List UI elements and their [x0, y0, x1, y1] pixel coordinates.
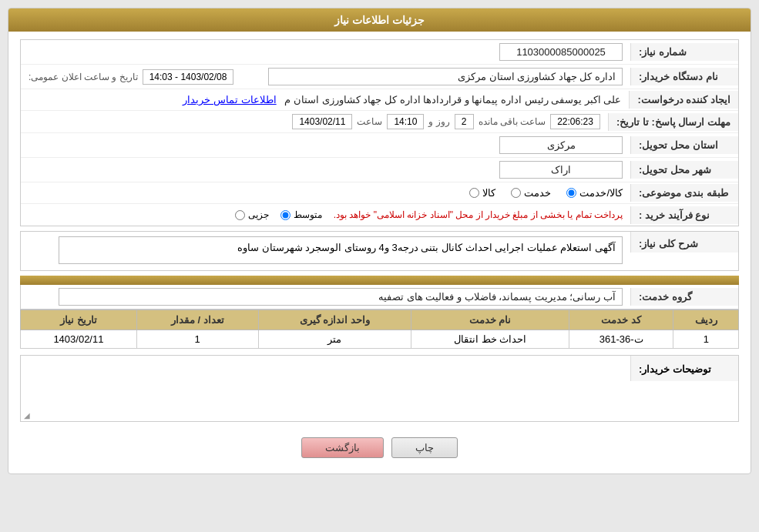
resize-handle-icon: ◢ [24, 411, 30, 420]
city-value: اراک [21, 158, 630, 182]
buyer-org-label: نام دستگاه خریدار: [630, 68, 738, 85]
category-radio-row: کالا/خدمت خدمت کالا [21, 184, 630, 202]
motovaset-item: متوسط [280, 209, 322, 220]
process-note: پرداخت تمام یا بخشی از مبلغ خریدار از مح… [334, 209, 623, 220]
creator-row: ایجاد کننده درخواست: علی اکبر یوسفی رئیس… [21, 89, 738, 111]
col-unit: واحد اندازه گیری [258, 310, 411, 330]
creator-text: علی اکبر یوسفی رئیس اداره پیمانها و قرار… [284, 94, 621, 105]
service-group-value: آب رسانی؛ مدیریت پسماند، فاضلاب و فعالیت… [21, 285, 630, 309]
jozii-radio[interactable] [235, 210, 245, 220]
creator-link[interactable]: اطلاعات تماس خریدار [183, 94, 276, 105]
kala-khadamat-radio[interactable] [566, 188, 576, 198]
jozii-item: جزیی [235, 209, 269, 220]
kala-label: کالا [482, 187, 495, 199]
page-header: جزئیات اطلاعات نیاز [8, 8, 751, 32]
deadline-time-box: 14:10 [387, 114, 424, 129]
remaining-label: ساعت باقی مانده [479, 116, 546, 127]
col-service-code: کد خدمت [569, 310, 673, 330]
province-box: مرکزی [499, 136, 623, 154]
cell-service-code: ت-36-361 [569, 330, 673, 349]
table-body: 1 ت-36-361 احداث خط انتقال متر 1 1403/02… [21, 330, 739, 349]
deadline-date-box: 1403/02/11 [292, 114, 352, 129]
page-title: جزئیات اطلاعات نیاز [334, 14, 425, 26]
service-table: ردیف کد خدمت نام خدمت واحد اندازه گیری ت… [20, 309, 739, 349]
creator-value: علی اکبر یوسفی رئیس اداره پیمانها و قرار… [21, 91, 629, 109]
request-number-box: 1103000085000025 [499, 43, 623, 61]
service-group-box: آب رسانی؛ مدیریت پسماند، فاضلاب و فعالیت… [59, 288, 623, 306]
kala-item: کالا [469, 187, 495, 199]
announce-label: تاریخ و ساعت اعلان عمومی: [29, 72, 138, 82]
province-value: مرکزی [21, 133, 630, 157]
category-row: طبقه بندی موضوعی: کالا/خدمت خدمت کالا [21, 182, 738, 204]
city-row: شهر محل تحویل: اراک [21, 158, 738, 182]
service-group-label: گروه خدمت: [630, 288, 738, 306]
motovaset-label: متوسط [294, 209, 322, 220]
service-group-row: گروه خدمت: آب رسانی؛ مدیریت پسماند، فاضل… [20, 285, 739, 309]
kala-radio[interactable] [469, 188, 479, 198]
col-service-name: نام خدمت [411, 310, 569, 330]
request-number-label: شماره نیاز: [630, 43, 738, 61]
col-row-num: ردیف [673, 310, 739, 330]
table-header: ردیف کد خدمت نام خدمت واحد اندازه گیری ت… [21, 310, 739, 330]
deadline-label: مهلت ارسال پاسخ: تا تاریخ: [608, 113, 738, 131]
kala-khadamat-label: کالا/خدمت [579, 187, 623, 199]
khadamat-item: خدمت [511, 187, 551, 199]
button-row: چاپ بازگشت [20, 430, 739, 466]
kala-khadamat-item: کالا/خدمت [566, 187, 623, 199]
deadline-value-row: 22:06:23 ساعت باقی مانده 2 روز و 14:10 س… [21, 111, 608, 132]
service-info-header [20, 276, 739, 285]
city-box: اراک [499, 161, 623, 179]
page-wrapper: جزئیات اطلاعات نیاز شماره نیاز: 11030000… [0, 0, 759, 482]
city-label: شهر محل تحویل: [630, 161, 738, 179]
announce-date-box: 1403/02/08 - 14:03 [143, 69, 234, 85]
print-button[interactable]: چاپ [391, 437, 458, 458]
cell-row-num: 1 [673, 330, 739, 349]
description-row: شرح کلی نیاز: آگهی استعلام عملیات اجرایی… [21, 232, 738, 270]
buyer-notes-textarea[interactable] [25, 360, 626, 414]
description-label: شرح کلی نیاز: [630, 232, 738, 253]
khadamat-radio[interactable] [511, 188, 521, 198]
process-type-row: نوع فرآیند خرید : پرداخت تمام یا بخشی از… [21, 204, 738, 226]
info-section: شماره نیاز: 1103000085000025 نام دستگاه … [20, 39, 739, 226]
col-date: تاریخ نیاز [21, 310, 137, 330]
creator-label: ایجاد کننده درخواست: [629, 91, 738, 109]
description-section: شرح کلی نیاز: آگهی استعلام عملیات اجرایی… [20, 231, 739, 271]
khadamat-label: خدمت [524, 187, 551, 199]
process-type-label: نوع فرآیند خرید : [630, 206, 738, 224]
back-button[interactable]: بازگشت [301, 437, 384, 458]
province-label: استان محل تحویل: [630, 136, 738, 154]
days-label: روز و [428, 116, 449, 127]
buyer-notes-row: توضیحات خریدار: ◢ [21, 356, 738, 421]
buyer-org-value: اداره کل جهاد کشاورزی استان مرکزی [241, 65, 630, 89]
description-value: آگهی استعلام عملیات اجرایی احداث کانال ب… [21, 232, 630, 269]
motovaset-radio[interactable] [280, 210, 291, 220]
announce-datetime-row: 1403/02/08 - 14:03 تاریخ و ساعت اعلان عم… [21, 66, 241, 88]
province-row: استان محل تحویل: مرکزی [21, 133, 738, 158]
cell-service-name: احداث خط انتقال [411, 330, 569, 349]
deadline-row: مهلت ارسال پاسخ: تا تاریخ: 22:06:23 ساعت… [21, 111, 738, 133]
card-body: شماره نیاز: 1103000085000025 نام دستگاه … [8, 32, 751, 473]
buyer-notes-label: توضیحات خریدار: [630, 356, 738, 381]
buyer-notes-value: ◢ [21, 356, 630, 421]
buyer-notes-section: توضیحات خریدار: ◢ [20, 355, 739, 422]
cell-unit: متر [258, 330, 411, 349]
request-number-row: شماره نیاز: 1103000085000025 [21, 40, 738, 65]
category-label: طبقه بندی موضوعی: [630, 184, 738, 202]
service-info-section: گروه خدمت: آب رسانی؛ مدیریت پسماند، فاضل… [20, 276, 739, 349]
process-radio-row: پرداخت تمام یا بخشی از مبلغ خریدار از مح… [21, 206, 630, 223]
buyer-org-box: اداره کل جهاد کشاورزی استان مرکزی [268, 68, 623, 85]
request-number-value: 1103000085000025 [21, 40, 630, 64]
buyer-org-row: نام دستگاه خریدار: اداره کل جهاد کشاورزی… [21, 65, 738, 89]
deadline-days-box: 2 [455, 114, 474, 129]
main-card: جزئیات اطلاعات نیاز شماره نیاز: 11030000… [8, 8, 751, 474]
cell-date: 1403/02/11 [21, 330, 137, 349]
description-box: آگهی استعلام عملیات اجرایی احداث کانال ب… [59, 236, 623, 264]
jozii-label: جزیی [248, 209, 269, 220]
table-row: 1 ت-36-361 احداث خط انتقال متر 1 1403/02… [21, 330, 739, 349]
col-quantity: تعداد / مقدار [136, 310, 258, 330]
time-label: ساعت [357, 116, 382, 127]
deadline-remaining-box: 22:06:23 [550, 114, 600, 129]
cell-quantity: 1 [136, 330, 258, 349]
